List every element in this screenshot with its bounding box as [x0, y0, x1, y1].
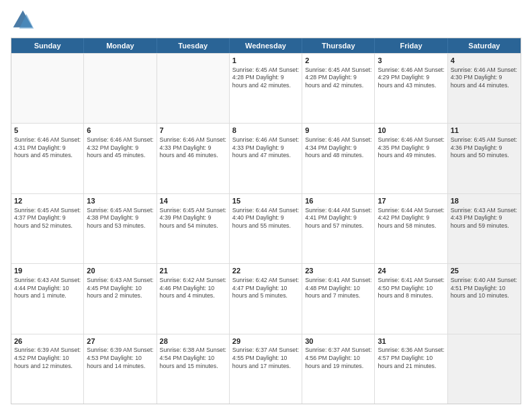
cell-info: Sunrise: 6:38 AM Sunset: 4:54 PM Dayligh…: [160, 347, 226, 370]
cal-cell: 7Sunrise: 6:46 AM Sunset: 4:33 PM Daylig…: [157, 124, 230, 193]
day-number: 12: [14, 196, 81, 206]
cal-cell: 22Sunrise: 6:42 AM Sunset: 4:47 PM Dayli…: [230, 264, 302, 333]
cell-info: Sunrise: 6:45 AM Sunset: 4:28 PM Dayligh…: [232, 66, 299, 90]
cal-cell: 31Sunrise: 6:36 AM Sunset: 4:57 PM Dayli…: [375, 334, 447, 404]
cal-cell: [11, 54, 84, 123]
cal-cell: 14Sunrise: 6:45 AM Sunset: 4:39 PM Dayli…: [157, 194, 230, 263]
cal-cell: 1Sunrise: 6:45 AM Sunset: 4:28 PM Daylig…: [230, 54, 302, 123]
cell-info: Sunrise: 6:46 AM Sunset: 4:29 PM Dayligh…: [378, 66, 444, 90]
cell-info: Sunrise: 6:43 AM Sunset: 4:43 PM Dayligh…: [451, 207, 518, 230]
cell-info: Sunrise: 6:44 AM Sunset: 4:42 PM Dayligh…: [378, 207, 444, 230]
weekday-header-tuesday: Tuesday: [157, 38, 230, 53]
calendar: SundayMondayTuesdayWednesdayThursdayFrid…: [11, 38, 521, 404]
day-number: 28: [160, 336, 226, 347]
cell-info: Sunrise: 6:44 AM Sunset: 4:41 PM Dayligh…: [305, 207, 371, 230]
weekday-header-saturday: Saturday: [448, 38, 521, 53]
cell-info: Sunrise: 6:45 AM Sunset: 4:37 PM Dayligh…: [14, 207, 81, 230]
day-number: 23: [305, 266, 371, 276]
day-number: 3: [378, 56, 444, 66]
cal-cell: 24Sunrise: 6:41 AM Sunset: 4:50 PM Dayli…: [375, 264, 447, 333]
cell-info: Sunrise: 6:41 AM Sunset: 4:48 PM Dayligh…: [305, 277, 371, 300]
day-number: 1: [232, 56, 299, 66]
page: SundayMondayTuesdayWednesdayThursdayFrid…: [0, 0, 532, 411]
day-number: 20: [87, 266, 153, 276]
cell-info: Sunrise: 6:39 AM Sunset: 4:52 PM Dayligh…: [14, 347, 81, 370]
cal-cell: 2Sunrise: 6:45 AM Sunset: 4:28 PM Daylig…: [302, 54, 375, 123]
cell-info: Sunrise: 6:45 AM Sunset: 4:39 PM Dayligh…: [160, 207, 226, 230]
cal-cell: [84, 54, 157, 123]
day-number: 13: [87, 196, 153, 206]
cell-info: Sunrise: 6:45 AM Sunset: 4:38 PM Dayligh…: [87, 207, 153, 230]
logo-icon: [11, 8, 35, 32]
cal-cell: 30Sunrise: 6:37 AM Sunset: 4:56 PM Dayli…: [302, 334, 375, 404]
day-number: 8: [232, 126, 299, 136]
day-number: 10: [378, 126, 444, 136]
calendar-row-4: 19Sunrise: 6:43 AM Sunset: 4:44 PM Dayli…: [11, 263, 521, 333]
cell-info: Sunrise: 6:40 AM Sunset: 4:51 PM Dayligh…: [451, 277, 518, 300]
cell-info: Sunrise: 6:46 AM Sunset: 4:33 PM Dayligh…: [232, 136, 299, 160]
day-number: 22: [232, 266, 299, 276]
day-number: 30: [305, 336, 371, 347]
cell-info: Sunrise: 6:46 AM Sunset: 4:31 PM Dayligh…: [14, 136, 81, 160]
day-number: 26: [14, 336, 81, 347]
cal-cell: 5Sunrise: 6:46 AM Sunset: 4:31 PM Daylig…: [11, 124, 84, 193]
cal-cell: 16Sunrise: 6:44 AM Sunset: 4:41 PM Dayli…: [302, 194, 375, 263]
day-number: 14: [160, 196, 226, 206]
calendar-body: 1Sunrise: 6:45 AM Sunset: 4:28 PM Daylig…: [11, 53, 521, 404]
day-number: 9: [305, 126, 371, 136]
day-number: 19: [14, 266, 81, 276]
cell-info: Sunrise: 6:37 AM Sunset: 4:55 PM Dayligh…: [232, 347, 299, 370]
cell-info: Sunrise: 6:39 AM Sunset: 4:53 PM Dayligh…: [87, 347, 153, 370]
cell-info: Sunrise: 6:42 AM Sunset: 4:46 PM Dayligh…: [160, 277, 226, 300]
cal-cell: 27Sunrise: 6:39 AM Sunset: 4:53 PM Dayli…: [84, 334, 157, 404]
cal-cell: 20Sunrise: 6:43 AM Sunset: 4:45 PM Dayli…: [84, 264, 157, 333]
calendar-row-2: 5Sunrise: 6:46 AM Sunset: 4:31 PM Daylig…: [11, 123, 521, 193]
cal-cell: 26Sunrise: 6:39 AM Sunset: 4:52 PM Dayli…: [11, 334, 84, 404]
cell-info: Sunrise: 6:46 AM Sunset: 4:35 PM Dayligh…: [378, 136, 444, 160]
cell-info: Sunrise: 6:37 AM Sunset: 4:56 PM Dayligh…: [305, 347, 371, 370]
day-number: 11: [451, 126, 518, 136]
cell-info: Sunrise: 6:46 AM Sunset: 4:32 PM Dayligh…: [87, 136, 153, 160]
weekday-header-sunday: Sunday: [11, 38, 84, 53]
calendar-header: SundayMondayTuesdayWednesdayThursdayFrid…: [11, 38, 521, 53]
day-number: 25: [451, 266, 518, 276]
day-number: 27: [87, 336, 153, 347]
day-number: 21: [160, 266, 226, 276]
cell-info: Sunrise: 6:44 AM Sunset: 4:40 PM Dayligh…: [232, 207, 299, 230]
cal-cell: 25Sunrise: 6:40 AM Sunset: 4:51 PM Dayli…: [448, 264, 521, 333]
cal-cell: 6Sunrise: 6:46 AM Sunset: 4:32 PM Daylig…: [84, 124, 157, 193]
cal-cell: 17Sunrise: 6:44 AM Sunset: 4:42 PM Dayli…: [375, 194, 447, 263]
cal-cell: [448, 334, 521, 404]
day-number: 4: [451, 56, 518, 66]
cell-info: Sunrise: 6:43 AM Sunset: 4:44 PM Dayligh…: [14, 277, 81, 300]
cal-cell: [157, 54, 230, 123]
calendar-row-3: 12Sunrise: 6:45 AM Sunset: 4:37 PM Dayli…: [11, 193, 521, 263]
cal-cell: 18Sunrise: 6:43 AM Sunset: 4:43 PM Dayli…: [448, 194, 521, 263]
cal-cell: 21Sunrise: 6:42 AM Sunset: 4:46 PM Dayli…: [157, 264, 230, 333]
cal-cell: 3Sunrise: 6:46 AM Sunset: 4:29 PM Daylig…: [375, 54, 447, 123]
day-number: 18: [451, 196, 518, 206]
day-number: 31: [378, 336, 444, 347]
header: [11, 8, 521, 32]
weekday-header-thursday: Thursday: [302, 38, 375, 53]
day-number: 29: [232, 336, 299, 347]
day-number: 7: [160, 126, 226, 136]
cal-cell: 23Sunrise: 6:41 AM Sunset: 4:48 PM Dayli…: [302, 264, 375, 333]
cal-cell: 9Sunrise: 6:46 AM Sunset: 4:34 PM Daylig…: [302, 124, 375, 193]
cell-info: Sunrise: 6:45 AM Sunset: 4:28 PM Dayligh…: [305, 66, 371, 90]
cell-info: Sunrise: 6:41 AM Sunset: 4:50 PM Dayligh…: [378, 277, 444, 300]
cal-cell: 19Sunrise: 6:43 AM Sunset: 4:44 PM Dayli…: [11, 264, 84, 333]
cal-cell: 13Sunrise: 6:45 AM Sunset: 4:38 PM Dayli…: [84, 194, 157, 263]
calendar-row-1: 1Sunrise: 6:45 AM Sunset: 4:28 PM Daylig…: [11, 53, 521, 123]
logo: [11, 8, 38, 32]
day-number: 17: [378, 196, 444, 206]
calendar-row-5: 26Sunrise: 6:39 AM Sunset: 4:52 PM Dayli…: [11, 334, 521, 404]
day-number: 6: [87, 126, 153, 136]
cell-info: Sunrise: 6:43 AM Sunset: 4:45 PM Dayligh…: [87, 277, 153, 300]
cal-cell: 11Sunrise: 6:45 AM Sunset: 4:36 PM Dayli…: [448, 124, 521, 193]
cal-cell: 15Sunrise: 6:44 AM Sunset: 4:40 PM Dayli…: [230, 194, 302, 263]
weekday-header-wednesday: Wednesday: [230, 38, 302, 53]
cal-cell: 4Sunrise: 6:46 AM Sunset: 4:30 PM Daylig…: [448, 54, 521, 123]
cal-cell: 10Sunrise: 6:46 AM Sunset: 4:35 PM Dayli…: [375, 124, 447, 193]
cal-cell: 28Sunrise: 6:38 AM Sunset: 4:54 PM Dayli…: [157, 334, 230, 404]
